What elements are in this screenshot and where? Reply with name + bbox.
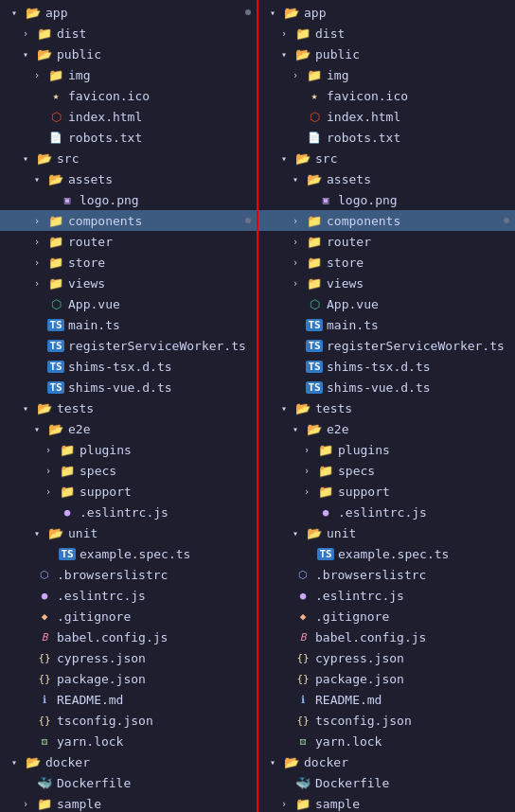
item-label: logo.png [338, 193, 398, 207]
file-icon: {} [36, 671, 53, 686]
tree-item-e2e[interactable]: 📂e2e [0, 418, 257, 439]
chevron-icon [23, 153, 36, 164]
tree-item-public[interactable]: 📂public [0, 44, 257, 64]
tree-item-readme[interactable]: ℹREADME.md [0, 689, 257, 710]
tree-item-e2e[interactable]: 📂e2e [258, 418, 515, 439]
tree-item-tsconfig[interactable]: {}tsconfig.json [258, 710, 515, 731]
tree-item-dockerfile[interactable]: 🐳Dockerfile [0, 772, 257, 793]
tree-item-cypress[interactable]: {}cypress.json [258, 647, 515, 668]
tree-item-plugins[interactable]: 📁plugins [0, 439, 257, 460]
tree-item-views[interactable]: 📁views [258, 273, 515, 293]
tree-item-app[interactable]: 📂app [0, 2, 257, 23]
tree-item-src[interactable]: 📂src [0, 148, 257, 168]
tree-item-support[interactable]: 📁support [0, 481, 257, 502]
tree-item-img[interactable]: 📁img [258, 64, 515, 85]
tree-item-img[interactable]: 📁img [0, 64, 257, 85]
tree-item-tests[interactable]: 📂tests [258, 397, 515, 418]
tree-item-assets[interactable]: 📂assets [258, 168, 515, 189]
tree-item-components[interactable]: 📁components [0, 210, 257, 231]
tree-item-store[interactable]: 📁store [258, 252, 515, 273]
tree-item-dist[interactable]: 📁dist [258, 23, 515, 44]
tree-item-yarn[interactable]: ⚄yarn.lock [0, 731, 257, 751]
chevron-icon [23, 28, 36, 39]
tree-item-favicon[interactable]: ★favicon.ico [258, 85, 515, 106]
tree-item-unit[interactable]: 📂unit [258, 522, 515, 543]
tree-item-packagejson[interactable]: {}package.json [258, 668, 515, 689]
chevron-icon [293, 278, 306, 289]
tree-item-browserslistrc[interactable]: ⬡.browserslistrc [258, 564, 515, 585]
tree-item-gitignore[interactable]: ◆.gitignore [258, 606, 515, 627]
tree-item-dist[interactable]: 📁dist [0, 23, 257, 44]
left-panel: 📂app📁dist📂public📁img★favicon.ico⬡index.h… [0, 0, 257, 812]
tree-item-sample[interactable]: 📁sample [0, 793, 257, 812]
tree-item-specs[interactable]: 📁specs [258, 460, 515, 481]
tree-item-eslintrc[interactable]: ●.eslintrc.js [258, 585, 515, 606]
item-label: .eslintrc.js [57, 589, 146, 603]
tree-item-components[interactable]: 📁components [258, 210, 515, 231]
tree-item-views[interactable]: 📁views [0, 273, 257, 293]
tree-item-browserslistrc[interactable]: ⬡.browserslistrc [0, 564, 257, 585]
item-label: example.spec.ts [338, 547, 449, 561]
tree-item-robots[interactable]: 📄robots.txt [0, 127, 257, 148]
tree-item-babel[interactable]: Bbabel.config.js [258, 627, 515, 647]
tree-item-example-spec[interactable]: TSexample.spec.ts [258, 543, 515, 564]
tree-item-readme[interactable]: ℹREADME.md [258, 689, 515, 710]
tree-item-src[interactable]: 📂src [258, 148, 515, 168]
tree-item-favicon[interactable]: ★favicon.ico [0, 85, 257, 106]
tree-item-router[interactable]: 📁router [258, 231, 515, 252]
tree-item-indexhtml[interactable]: ⬡index.html [0, 106, 257, 127]
tree-item-unit[interactable]: 📂unit [0, 522, 257, 543]
tree-item-docker[interactable]: 📂docker [258, 751, 515, 772]
item-label: example.spec.ts [80, 547, 190, 561]
tree-item-router[interactable]: 📁router [0, 231, 257, 252]
tree-item-logopng[interactable]: ▣logo.png [0, 189, 257, 210]
tree-item-support[interactable]: 📁support [258, 481, 515, 502]
tree-item-shims-tsx[interactable]: TSshims-tsx.d.ts [0, 356, 257, 377]
tree-item-docker[interactable]: 📂docker [0, 751, 257, 772]
tree-item-shims-vue[interactable]: TSshims-vue.d.ts [258, 377, 515, 397]
tree-item-shims-tsx[interactable]: TSshims-tsx.d.ts [258, 356, 515, 377]
tree-item-maints[interactable]: TSmain.ts [258, 314, 515, 335]
chevron-icon [281, 28, 294, 39]
tree-item-cypress[interactable]: {}cypress.json [0, 647, 257, 668]
tree-item-store[interactable]: 📁store [0, 252, 257, 273]
tree-item-eslintrc-e2e[interactable]: ●.eslintrc.js [0, 502, 257, 522]
tree-item-shims-vue[interactable]: TSshims-vue.d.ts [0, 377, 257, 397]
tree-item-dockerfile[interactable]: 🐳Dockerfile [258, 772, 515, 793]
tree-item-eslintrc-e2e[interactable]: ●.eslintrc.js [258, 502, 515, 522]
chevron-icon [11, 8, 25, 18]
tree-item-assets[interactable]: 📂assets [0, 168, 257, 189]
tree-item-yarn[interactable]: ⚄yarn.lock [258, 731, 515, 751]
tree-item-eslintrc[interactable]: ●.eslintrc.js [0, 585, 257, 606]
chevron-icon [23, 403, 36, 414]
tree-item-indexhtml[interactable]: ⬡index.html [258, 106, 515, 127]
file-icon: 📁 [36, 796, 53, 811]
tree-item-sample[interactable]: 📁sample [258, 793, 515, 812]
file-icon: 📁 [306, 234, 323, 249]
tree-item-plugins[interactable]: 📁plugins [258, 439, 515, 460]
tree-item-maints[interactable]: TSmain.ts [0, 314, 257, 335]
file-icon: 📂 [47, 171, 64, 186]
chevron-icon [34, 216, 47, 226]
tree-item-tsconfig[interactable]: {}tsconfig.json [0, 710, 257, 731]
tree-item-packagejson[interactable]: {}package.json [0, 668, 257, 689]
item-label: .browserslistrc [315, 568, 426, 582]
tree-item-app[interactable]: 📂app [258, 2, 515, 23]
item-label: App.vue [68, 297, 120, 311]
tree-item-registerSW[interactable]: TSregisterServiceWorker.ts [258, 335, 515, 356]
item-label: dist [315, 26, 345, 41]
tree-item-specs[interactable]: 📁specs [0, 460, 257, 481]
tree-item-appvue[interactable]: ⬡App.vue [258, 293, 515, 314]
item-label: components [68, 214, 142, 228]
tree-item-robots[interactable]: 📄robots.txt [258, 127, 515, 148]
tree-item-registerSW[interactable]: TSregisterServiceWorker.ts [0, 335, 257, 356]
tree-item-logopng[interactable]: ▣logo.png [258, 189, 515, 210]
tree-item-example-spec[interactable]: TSexample.spec.ts [0, 543, 257, 564]
tree-item-gitignore[interactable]: ◆.gitignore [0, 606, 257, 627]
item-label: shims-vue.d.ts [68, 380, 172, 395]
tree-item-appvue[interactable]: ⬡App.vue [0, 293, 257, 314]
tree-item-public[interactable]: 📂public [258, 44, 515, 64]
tree-item-tests[interactable]: 📂tests [0, 397, 257, 418]
item-label: tsconfig.json [57, 714, 153, 728]
tree-item-babel[interactable]: Bbabel.config.js [0, 627, 257, 647]
